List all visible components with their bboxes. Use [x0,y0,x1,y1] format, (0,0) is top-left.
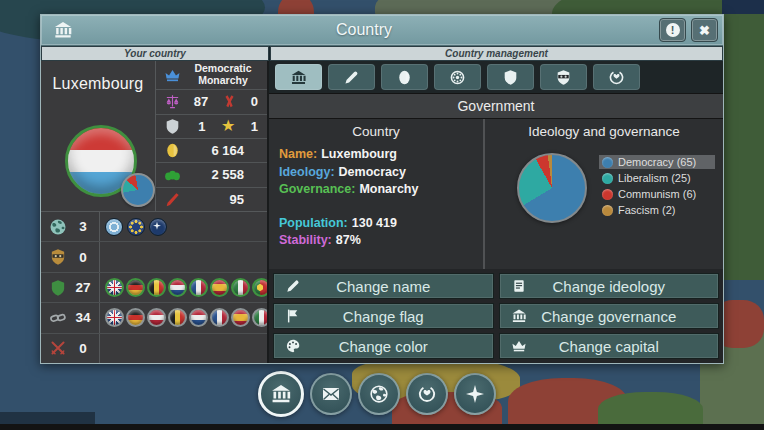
un-badge [105,218,123,236]
relations-row-organizations[interactable]: 3 [41,212,267,242]
name-value: Luxembourg [321,147,397,161]
tab-government[interactable] [275,64,322,90]
tab-military[interactable] [487,64,534,90]
organization-badges [99,212,267,241]
bottombar-travel-button[interactable] [454,373,496,415]
subheaders: Your country Country management [41,46,723,61]
chain-icon [49,309,67,327]
legend-swatch [602,205,613,216]
vassal-items [99,242,267,271]
right-panel-header: Country management [270,46,723,61]
nato-badge [149,218,167,236]
bank-icon [511,308,527,324]
red-pencil-icon [164,191,181,208]
ideology-pie-chart[interactable] [517,153,587,223]
coin-icon [164,142,181,159]
change-flag-button[interactable]: Change flag [273,303,494,329]
info-row-stability: Stability:87% [279,232,473,250]
relations-row-vassals[interactable]: 0 [41,242,267,272]
legend-item[interactable]: Liberalism (25) [599,171,715,185]
population-value: 130 419 [352,216,397,230]
bottom-action-bar [258,371,496,417]
flag-be [168,308,187,327]
change-capital-button[interactable]: Change capital [499,333,720,359]
eu-badge [127,218,145,236]
name-label: Name: [279,147,317,161]
bank-icon [290,69,307,86]
map-region [724,55,764,280]
change-name-button[interactable]: Change name [273,273,494,299]
info-row-ideology: Ideology:Democracy [279,164,473,182]
legend-item[interactable]: Fascism (2) [599,203,715,217]
management-tabbar [269,61,723,93]
stat-row-happiness: 87 0 [156,90,267,114]
flag-de [126,308,145,327]
change-governance-button[interactable]: Change governance [499,303,720,329]
your-country-panel: Luxembourg Democratic Monarchy 87 0 [41,61,269,363]
flag-es [231,308,250,327]
stat-row-government-type: Democratic Monarchy [156,61,267,90]
relations-row-non-aggression-pacts[interactable]: 34 [41,303,267,333]
country-management-panel: Government Country Name:Luxembourg Ideol… [269,61,723,363]
close-button[interactable]: ✖ [691,18,718,42]
masked-shield-icon [555,69,572,86]
close-icon: ✖ [699,23,710,38]
pencil-icon [343,69,360,86]
globe-icon [49,218,67,236]
tab-diplomacy[interactable] [593,64,640,90]
ideology-legend: Democracy (65)Liberalism (25)Communism (… [599,155,715,219]
legend-item[interactable]: Communism (6) [599,187,715,201]
bottombar-world-button[interactable] [358,373,400,415]
crown-icon [511,338,527,354]
tab-vassals[interactable] [540,64,587,90]
bank-icon [270,383,292,405]
non-aggression-pacts-count: 34 [67,310,99,325]
population-label: Population: [279,216,348,230]
relations-list: 3 0 27 34 [41,212,267,363]
flag-es [210,278,229,297]
flag-it [252,308,267,327]
coin-icon [396,69,413,86]
section-title: Government [269,93,723,119]
info-row-governance: Governance:Monarchy [279,181,473,199]
ideology-label: Ideology: [279,165,335,179]
stat-value: 1 [198,119,205,134]
tab-appearance[interactable] [328,64,375,90]
relations-row-defensive-pacts[interactable]: 27 [41,273,267,303]
map-region [722,0,764,14]
bottombar-government-button[interactable] [258,371,304,417]
tab-economy[interactable] [381,64,428,90]
legend-item[interactable]: Democracy (65) [599,155,715,169]
shield-icon [164,118,181,135]
info-row-name: Name:Luxembourg [279,146,473,164]
legend-swatch [602,157,613,168]
info-button[interactable]: ! [659,18,686,42]
ideology-governance-box: Ideology and governance Democracy (65)Li… [485,119,723,269]
change-color-button[interactable]: Change color [273,333,494,359]
relations-row-wars[interactable]: 0 [41,334,267,363]
flag-uk [105,278,124,297]
ideology-value: Democracy [339,165,406,179]
tab-politics[interactable] [434,64,481,90]
bottombar-diplomacy-button[interactable] [406,373,448,415]
window-title: Country [74,21,654,39]
palette-icon [285,338,301,354]
wheel-icon [449,69,466,86]
info-icon: ! [666,23,680,37]
crown-icon [164,67,181,84]
green-shield-icon [49,279,67,297]
government-type: Democratic Monarchy [184,63,262,87]
stat-value: 0 [251,94,258,109]
governance-value: Monarchy [359,182,418,196]
country-window: Country ! ✖ Your country Country managem… [40,14,724,364]
country-mini-pie-chart[interactable] [121,173,155,207]
star-icon: ★ [220,118,237,134]
war-items [99,334,267,363]
legend-label: Communism (6) [618,188,696,200]
titlebar: Country ! ✖ [41,15,723,46]
compass-star-icon [465,384,485,404]
flag-pt [252,278,267,297]
bottombar-messages-button[interactable] [310,373,352,415]
change-ideology-button[interactable]: Change ideology [499,273,720,299]
scroll-icon [511,278,527,294]
